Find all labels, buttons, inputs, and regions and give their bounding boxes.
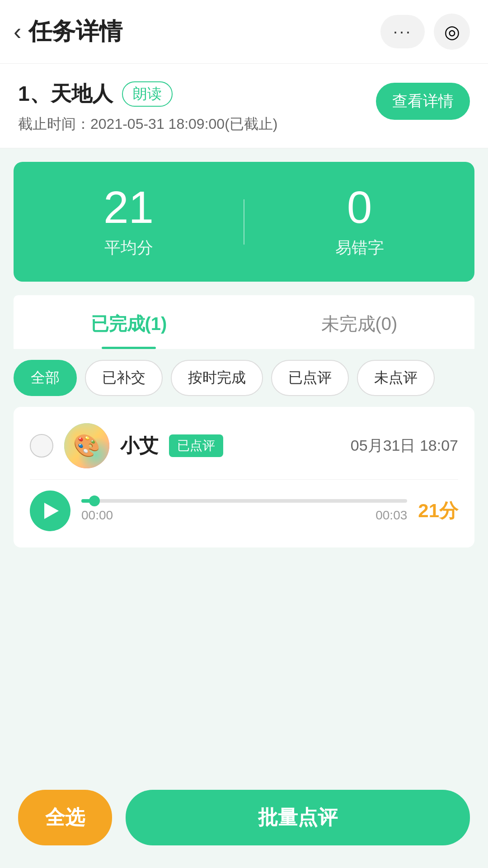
error-count-number: 0 — [347, 184, 372, 230]
play-button[interactable] — [30, 491, 70, 531]
avg-score-number: 21 — [103, 184, 154, 230]
reviewed-badge: 已点评 — [169, 434, 223, 457]
avg-score-label: 平均分 — [104, 237, 153, 259]
audio-progress: 00:00 00:03 — [81, 499, 407, 523]
task-left: 1、天地人 朗读 截止时间：2021-05-31 18:09:00(已截止) — [18, 80, 277, 134]
task-info: 1、天地人 朗读 截止时间：2021-05-31 18:09:00(已截止) 查… — [0, 64, 488, 148]
student-list: 🎨 小艾 已点评 05月31日 18:07 00:00 00:03 21分 — [0, 407, 488, 547]
header-right: ··· ◎ — [380, 14, 470, 50]
current-time: 00:00 — [81, 508, 113, 523]
batch-review-button[interactable]: 批量点评 — [126, 790, 470, 845]
filter-not-reviewed[interactable]: 未点评 — [357, 360, 435, 396]
header-left: ‹ 任务详情 — [14, 16, 122, 47]
tabs: 已完成(1) 未完成(0) — [14, 295, 474, 349]
student-name: 小艾 — [120, 433, 158, 458]
back-button[interactable]: ‹ — [14, 20, 21, 43]
total-time: 00:03 — [375, 508, 407, 523]
header: ‹ 任务详情 ··· ◎ — [0, 0, 488, 64]
avg-score-stat: 21 平均分 — [14, 184, 244, 259]
task-type-badge: 朗读 — [122, 81, 173, 107]
stats-card: 21 平均分 0 易错字 — [14, 162, 474, 282]
progress-bar[interactable] — [81, 499, 407, 503]
error-count-label: 易错字 — [335, 237, 384, 259]
student-row: 🎨 小艾 已点评 05月31日 18:07 — [30, 423, 458, 479]
filter-reviewed[interactable]: 已点评 — [271, 360, 349, 396]
tab-incomplete[interactable]: 未完成(0) — [244, 295, 474, 349]
view-detail-button[interactable]: 查看详情 — [376, 83, 470, 120]
filter-all[interactable]: 全部 — [14, 360, 77, 396]
audio-player: 00:00 00:03 21分 — [30, 479, 458, 547]
filter-late-submit[interactable]: 已补交 — [85, 360, 163, 396]
filter-on-time[interactable]: 按时完成 — [171, 360, 263, 396]
error-count-stat: 0 易错字 — [244, 184, 474, 259]
task-title-row: 1、天地人 朗读 — [18, 80, 277, 108]
select-all-button[interactable]: 全选 — [18, 790, 112, 845]
target-button[interactable]: ◎ — [434, 14, 470, 50]
submit-time: 05月31日 18:07 — [351, 435, 458, 456]
student-card: 🎨 小艾 已点评 05月31日 18:07 00:00 00:03 21分 — [14, 407, 474, 547]
filter-row: 全部 已补交 按时完成 已点评 未点评 — [0, 349, 488, 407]
avatar: 🎨 — [64, 423, 109, 468]
student-checkbox[interactable] — [30, 434, 53, 458]
time-row: 00:00 00:03 — [81, 508, 407, 523]
avatar-image: 🎨 — [64, 423, 109, 468]
more-options-button[interactable]: ··· — [380, 15, 425, 48]
tab-completed[interactable]: 已完成(1) — [14, 295, 244, 349]
page-title: 任务详情 — [28, 16, 122, 47]
task-title: 1、天地人 — [18, 80, 113, 108]
student-score: 21分 — [418, 498, 458, 524]
bottom-bar: 全选 批量点评 — [0, 776, 488, 868]
progress-dot — [89, 495, 100, 506]
task-deadline: 截止时间：2021-05-31 18:09:00(已截止) — [18, 114, 277, 134]
play-icon — [44, 503, 59, 519]
